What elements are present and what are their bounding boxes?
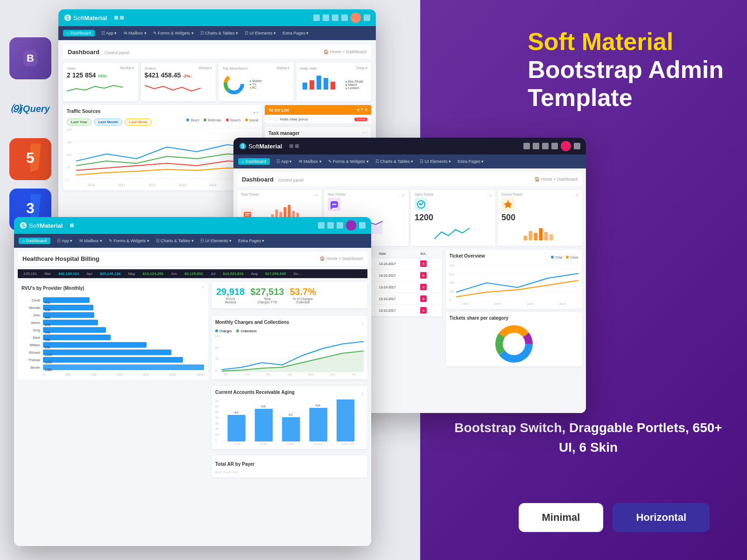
- nav-mailbox[interactable]: ✉ Mailbox ▾: [124, 31, 147, 35]
- orders-label: Orders: [145, 66, 156, 70]
- stats-highlight-row: 29,918 RVU'sWorked $27,513 TotalCharges …: [211, 282, 367, 308]
- ticket-overview-title: Ticket Overview: [450, 253, 485, 259]
- minimal-button[interactable]: Minimal: [519, 503, 604, 532]
- brand-logo-main: S SoftMaterial: [64, 14, 107, 21]
- task-manager-title: Task manager: [268, 131, 300, 136]
- bar-row-john: John440: [21, 312, 204, 318]
- bar-row-james: James470: [21, 320, 204, 325]
- svg-rect-42: [529, 231, 533, 240]
- svg-rect-15: [310, 80, 314, 90]
- subtitle-text: Bootstrap Switch, Draggable Portlets, 65…: [453, 418, 724, 457]
- bell-icon-b[interactable]: [337, 222, 343, 229]
- ar-aging-title: Current Accounts Receivable Aging: [215, 390, 295, 395]
- dash-header-main: Dashboard Control panel 🏠 Home > Dashboa…: [63, 45, 371, 59]
- settings-icon-t[interactable]: [574, 143, 580, 149]
- tag-last-year[interactable]: Last Year: [67, 119, 92, 126]
- todo-header: To Do List × ^ ×: [265, 105, 371, 115]
- svg-rect-17: [324, 78, 328, 90]
- svg-text:S: S: [22, 223, 25, 228]
- nav-forms-t[interactable]: ✎ Forms & Widgets ▾: [328, 159, 369, 164]
- bar-row-michael: Michael430: [21, 305, 204, 310]
- closed-tickets-card: Closed Tickets ○ ⚙ 500: [498, 190, 582, 246]
- mail-icon[interactable]: [323, 14, 329, 21]
- svg-rect-41: [524, 236, 528, 240]
- search-icon[interactable]: [313, 14, 320, 21]
- pct-label: % of ChargesCollected: [289, 297, 316, 304]
- bar-row-greg: Greg540: [21, 327, 204, 333]
- user-avatar-t[interactable]: [561, 141, 571, 151]
- visits-period: Monthly ▾: [120, 66, 134, 70]
- action-btn-4[interactable]: 8: [420, 295, 427, 302]
- bar-row-steven: Steven1380: [21, 364, 204, 370]
- settings-icon-b[interactable]: [359, 222, 366, 229]
- tech-logos-column: B ⑼jQuery 5 3: [9, 37, 51, 231]
- nav-dashboard-t[interactable]: ⌂ Dashboard: [238, 158, 270, 165]
- svg-rect-45: [544, 232, 548, 240]
- svg-text:44: 44: [233, 411, 239, 414]
- chat-icon-t[interactable]: [551, 143, 558, 149]
- total-ar-title: Total AR by Payer: [215, 462, 254, 467]
- nav-charts-b[interactable]: ☷ Charts & Tables ▾: [156, 238, 194, 243]
- orders-card: Orders Weekly ▾ $421 458.45 -2%↓: [141, 63, 216, 101]
- svg-rect-44: [539, 228, 543, 240]
- bell-icon[interactable]: [332, 14, 338, 21]
- breadcrumb-tickets: 🏠 Home > Dashboard: [535, 177, 578, 182]
- ar-aging-panel: Current Accounts Receivable Aging ≡ 7060…: [211, 386, 367, 449]
- brand-logo-tickets: S SoftMaterial: [239, 142, 282, 150]
- user-avatar[interactable]: [351, 13, 361, 23]
- action-btn[interactable]: 8: [420, 260, 427, 267]
- rvu-worked-stat: 29,918 RVU'sWorked: [216, 287, 245, 304]
- nav-charts-t[interactable]: ☷ Charts & Tables ▾: [375, 159, 413, 164]
- action-btn-3[interactable]: 8: [420, 284, 427, 290]
- nav-forms-b[interactable]: ✎ Forms & Widgets ▾: [109, 238, 149, 243]
- nav-app[interactable]: ☷ App ▾: [101, 31, 117, 35]
- nav-app-t[interactable]: ☷ App ▾: [276, 159, 292, 164]
- nav-charts[interactable]: ☷ Charts & Tables ▾: [200, 31, 238, 35]
- nav-app-b[interactable]: ☷ App ▾: [57, 238, 73, 243]
- svg-rect-72: [227, 415, 245, 441]
- advertisers-donut: [222, 72, 246, 96]
- open-tickets-chart: [415, 223, 492, 241]
- html5-logo: 5: [9, 138, 51, 180]
- nav-dashboard[interactable]: ⌂ Dashboard: [63, 30, 95, 36]
- nav-mailbox-b[interactable]: ✉ Mailbox ▾: [79, 238, 102, 243]
- settings-icon[interactable]: [364, 14, 370, 21]
- bar-row-mark: Mark580: [21, 335, 204, 340]
- mail-icon-b[interactable]: [327, 222, 334, 229]
- tag-last-week[interactable]: Last Week: [125, 119, 151, 126]
- svg-rect-16: [317, 76, 321, 90]
- open-tickets-card: Open Tickets ○ ⚙ 1200: [411, 190, 495, 246]
- search-icon-b[interactable]: [318, 222, 324, 229]
- nav-ui-b[interactable]: ☷ UI Elements ▾: [200, 238, 232, 243]
- dash-title-main: Dashboard: [68, 49, 99, 56]
- horizontal-button[interactable]: Horizontal: [613, 503, 710, 532]
- rvu-number: 29,918: [216, 287, 245, 297]
- svg-text:5: 5: [26, 149, 35, 166]
- nav-forms[interactable]: ✎ Forms & Widgets ▾: [153, 31, 194, 35]
- nav-extra-b[interactable]: Extra Pages ▾: [238, 238, 265, 243]
- total-ar-panel: Total AR by Payer Blue Issuer Inc...: [211, 455, 367, 477]
- brand-logo-billing: S SoftMaterial: [20, 222, 63, 229]
- todo-item-1: ─ ☐ Nulla vitae purus 2 mins: [265, 115, 371, 124]
- tag-last-month[interactable]: Last Month: [94, 119, 122, 126]
- svg-rect-75: [309, 408, 327, 441]
- visits-label: Visits: [67, 66, 76, 70]
- action-btn-2[interactable]: 8: [420, 272, 427, 279]
- dash-title-tickets: Dashboard: [242, 176, 274, 183]
- chat-icon[interactable]: [341, 14, 348, 21]
- mail-icon-t[interactable]: [533, 143, 539, 149]
- topbar-tickets: S SoftMaterial: [233, 138, 586, 154]
- user-avatar-b[interactable]: [346, 220, 356, 231]
- visits-chart: [67, 82, 123, 96]
- action-btn-5[interactable]: 8: [420, 307, 427, 314]
- svg-rect-14: [303, 83, 307, 90]
- nav-extra[interactable]: Extra Pages ▾: [282, 31, 309, 35]
- nav-ui-t[interactable]: ☷ UI Elements ▾: [420, 159, 451, 164]
- svg-rect-27: [245, 213, 250, 214]
- search-icon-t[interactable]: [523, 143, 530, 149]
- nav-mailbox-t[interactable]: ✉ Mailbox ▾: [299, 159, 322, 164]
- nav-ui[interactable]: ☷ UI Elements ▾: [245, 31, 276, 35]
- nav-extra-t[interactable]: Extra Pages ▾: [458, 159, 484, 164]
- bell-icon-t[interactable]: [542, 143, 549, 149]
- nav-dashboard-b[interactable]: ⌂ Dashboard: [19, 238, 50, 244]
